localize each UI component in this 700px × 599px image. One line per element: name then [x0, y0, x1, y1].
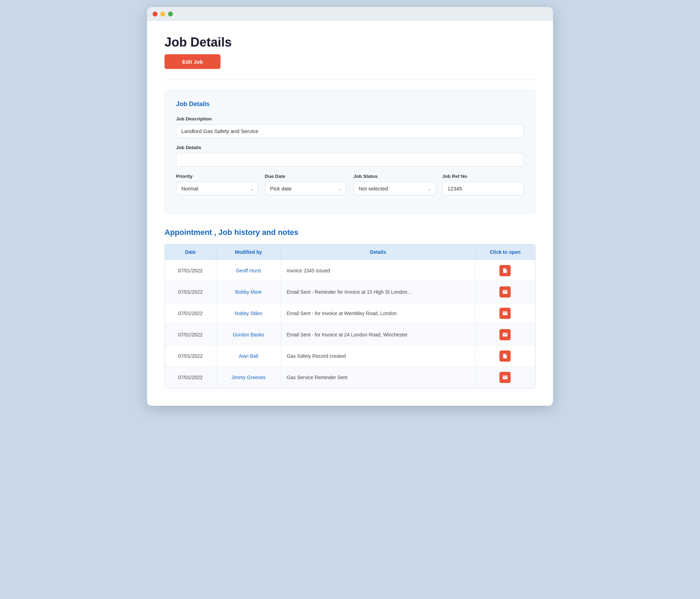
job-description-group: Job Description	[176, 116, 524, 138]
cell-open-icon[interactable]	[475, 303, 535, 324]
due-date-select[interactable]: Pick date	[265, 182, 347, 195]
modified-by-link[interactable]: Jimmy Greeves	[231, 375, 265, 380]
job-details-label: Job Details	[176, 145, 524, 150]
priority-select-wrapper: Normal High Urgent ⌄	[176, 182, 258, 195]
page-content: Job Details Edit Job Job Details Job Des…	[147, 21, 553, 406]
document-icon-button[interactable]	[499, 265, 511, 276]
col-date: Date	[165, 244, 216, 260]
modified-by-link[interactable]: Geoff Hurst	[236, 268, 261, 273]
col-details: Details	[281, 244, 475, 260]
cell-modified-by[interactable]: Alan Ball	[216, 346, 281, 367]
modified-by-link[interactable]: Nobby Stiles	[235, 311, 262, 316]
cell-details: Invoice 2345 issued	[281, 260, 475, 281]
titlebar	[147, 7, 553, 21]
job-description-input[interactable]	[176, 124, 524, 138]
cell-modified-by[interactable]: Geoff Hurst	[216, 260, 281, 281]
due-date-label: Due Date	[265, 174, 347, 179]
minimize-dot[interactable]	[160, 12, 165, 16]
document-icon-button[interactable]	[499, 350, 511, 362]
action-button[interactable]: Edit Job	[164, 54, 220, 69]
job-details-input[interactable]	[176, 153, 524, 167]
cell-details: Email Sent - for Invoice at 24 London Ro…	[281, 324, 475, 346]
cell-modified-by[interactable]: Bobby More	[216, 281, 281, 303]
priority-label: Priority	[176, 174, 258, 179]
app-window: Job Details Edit Job Job Details Job Des…	[147, 7, 553, 406]
appointment-section-title: Appointment , Job history and notes	[164, 228, 536, 237]
col-modified-by: Modified by	[216, 244, 281, 260]
modified-by-link[interactable]: Gordon Banks	[233, 332, 264, 337]
cell-modified-by[interactable]: Gordon Banks	[216, 324, 281, 346]
cell-date: 07/01/2022	[165, 367, 216, 388]
due-date-select-wrapper: Pick date ⌄	[265, 182, 347, 195]
priority-group: Priority Normal High Urgent ⌄	[176, 174, 258, 195]
job-ref-group: Job Ref No	[442, 174, 524, 195]
page-title: Job Details	[164, 35, 536, 49]
priority-select[interactable]: Normal High Urgent	[176, 182, 258, 195]
cell-open-icon[interactable]	[475, 324, 535, 346]
table-row: 07/01/2022Nobby StilesEmail Sent - for I…	[165, 303, 535, 324]
job-status-select[interactable]: Not selected Open Closed	[354, 182, 435, 195]
due-date-group: Due Date Pick date ⌄	[265, 174, 347, 195]
job-ref-label: Job Ref No	[442, 174, 524, 179]
job-ref-input[interactable]	[442, 182, 524, 195]
email-icon-button[interactable]	[499, 308, 511, 319]
job-details-group: Job Details	[176, 145, 524, 167]
table-body: 07/01/2022Geoff HurstInvoice 2345 issued…	[165, 260, 535, 388]
table-row: 07/01/2022Alan BallGas Safety Record cre…	[165, 346, 535, 367]
job-status-label: Job Status	[354, 174, 435, 179]
email-icon-button[interactable]	[499, 286, 511, 298]
cell-modified-by[interactable]: Jimmy Greeves	[216, 367, 281, 388]
cell-date: 07/01/2022	[165, 346, 216, 367]
table-row: 07/01/2022Jimmy GreevesGas Service Remin…	[165, 367, 535, 388]
cell-details: Email Sent - for Invoice at Wembley Road…	[281, 303, 475, 324]
cell-date: 07/01/2022	[165, 281, 216, 303]
job-description-label: Job Description	[176, 116, 524, 121]
card-title: Job Details	[176, 100, 524, 108]
job-details-card: Job Details Job Description Job Details …	[164, 90, 536, 214]
table-row: 07/01/2022Geoff HurstInvoice 2345 issued	[165, 260, 535, 281]
table-row: 07/01/2022Gordon BanksEmail Sent - for I…	[165, 324, 535, 346]
cell-open-icon[interactable]	[475, 367, 535, 388]
cell-open-icon[interactable]	[475, 346, 535, 367]
appointment-table: Date Modified by Details Click to open 0…	[165, 244, 535, 388]
cell-date: 07/01/2022	[165, 260, 216, 281]
email-icon-button[interactable]	[499, 329, 511, 340]
table-header-row: Date Modified by Details Click to open	[165, 244, 535, 260]
cell-date: 07/01/2022	[165, 324, 216, 346]
close-dot[interactable]	[153, 12, 158, 16]
col-click-to-open: Click to open	[475, 244, 535, 260]
modified-by-link[interactable]: Alan Ball	[239, 353, 258, 359]
form-row: Priority Normal High Urgent ⌄ Due Date	[176, 174, 524, 202]
job-status-group: Job Status Not selected Open Closed ⌄	[354, 174, 435, 195]
table-row: 07/01/2022Bobby MoreEmail Sent - Reminde…	[165, 281, 535, 303]
job-status-select-wrapper: Not selected Open Closed ⌄	[354, 182, 435, 195]
cell-date: 07/01/2022	[165, 303, 216, 324]
cell-modified-by[interactable]: Nobby Stiles	[216, 303, 281, 324]
cell-details: Gas Service Reminder Sent	[281, 367, 475, 388]
cell-details: Gas Safety Record created	[281, 346, 475, 367]
table-header: Date Modified by Details Click to open	[165, 244, 535, 260]
cell-open-icon[interactable]	[475, 260, 535, 281]
cell-details: Email Sent - Reminder for Invoice at 15 …	[281, 281, 475, 303]
divider	[164, 79, 536, 80]
modified-by-link[interactable]: Bobby More	[235, 289, 261, 295]
email-icon-button[interactable]	[499, 372, 511, 383]
appointment-table-wrapper: Date Modified by Details Click to open 0…	[164, 244, 536, 388]
cell-open-icon[interactable]	[475, 281, 535, 303]
maximize-dot[interactable]	[168, 12, 173, 16]
